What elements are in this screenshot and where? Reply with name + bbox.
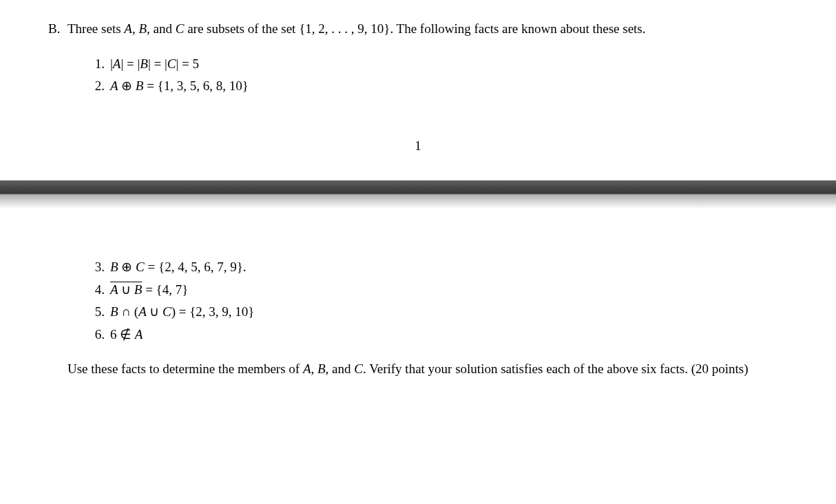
fact-4: 4. A ∪ B = {4, 7} <box>87 280 788 300</box>
page-break-divider <box>0 180 836 208</box>
closing-instruction: Use these facts to determine the members… <box>67 359 788 379</box>
page-number: 1 <box>48 136 788 156</box>
sets-ab: A, B, <box>124 21 153 36</box>
fact-num-2: 2. <box>87 76 105 96</box>
fact-5: 5. B ∩ (A ∪ C) = {2, 3, 9, 10} <box>87 302 788 322</box>
closing-a: A <box>303 361 311 376</box>
closing-before: Use these facts to determine the members… <box>67 361 303 376</box>
closing-after: . Verify that your solution satisfies ea… <box>363 361 749 376</box>
fact-4-content: A ∪ B = {4, 7} <box>110 280 788 300</box>
fact-1: 1. |A| = |B| = |C| = 5 <box>87 54 788 74</box>
closing-b: B <box>317 361 326 376</box>
fact-3: 3. B ⊕ C = {2, 4, 5, 6, 7, 9}. <box>87 258 788 277</box>
and-text: and <box>154 21 176 36</box>
fact-6-content: 6 ∉ A <box>110 325 788 345</box>
fact-num-3: 3. <box>87 258 105 277</box>
fact-5-rhs: {2, 3, 9, 10} <box>189 304 254 319</box>
fact-num-6: 6. <box>87 325 105 345</box>
fact-2-content: A ⊕ B = {1, 3, 5, 6, 8, 10} <box>110 76 788 96</box>
closing-comma1: , <box>311 361 318 376</box>
fact-2-rhs: {1, 3, 5, 6, 8, 10} <box>158 78 249 93</box>
fact-3-content: B ⊕ C = {2, 4, 5, 6, 7, 9}. <box>110 258 788 277</box>
universe-set: {1, 2, . . . , 9, 10} <box>299 21 390 36</box>
facts-list-bottom: 3. B ⊕ C = {2, 4, 5, 6, 7, 9}. 4. A ∪ B … <box>87 258 788 344</box>
fact-1-content: |A| = |B| = |C| = 5 <box>110 54 788 74</box>
intro-text-3: . The following facts are known about th… <box>390 21 645 36</box>
fact-num-4: 4. <box>87 280 105 300</box>
fact-2: 2. A ⊕ B = {1, 3, 5, 6, 8, 10} <box>87 76 788 96</box>
fact-3-tail: . <box>243 260 247 274</box>
fact-5-content: B ∩ (A ∪ C) = {2, 3, 9, 10} <box>110 302 788 322</box>
closing-comma2: , and <box>326 361 355 376</box>
problem-intro: Three sets A, B, and C are subsets of th… <box>67 19 788 39</box>
fact-6: 6. 6 ∉ A <box>87 325 788 345</box>
closing-c: C <box>354 361 363 376</box>
problem-b-header: B. Three sets A, B, and C are subsets of… <box>48 19 788 39</box>
fact-4-rhs: {4, 7} <box>156 282 189 297</box>
problem-label: B. <box>48 19 67 39</box>
intro-text-2: are subsets of the set <box>187 21 299 36</box>
fact-num-5: 5. <box>87 302 105 322</box>
fact-4-eq: = <box>142 282 156 297</box>
fact-num-1: 1. <box>87 54 105 74</box>
facts-list-top: 1. |A| = |B| = |C| = 5 2. A ⊕ B = {1, 3,… <box>87 54 788 96</box>
fact-3-rhs: {2, 4, 5, 6, 7, 9} <box>158 260 243 274</box>
set-c: C <box>176 21 187 36</box>
intro-text-1: Three sets <box>67 21 124 36</box>
